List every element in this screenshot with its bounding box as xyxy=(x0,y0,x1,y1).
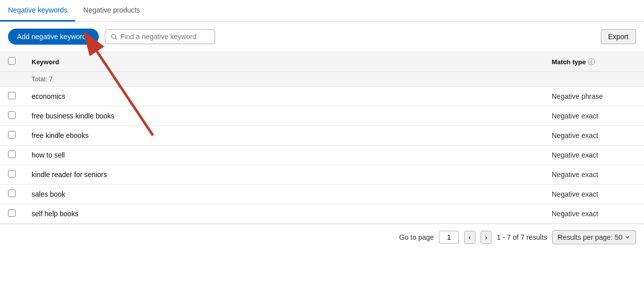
prev-page-button[interactable]: ‹ xyxy=(464,231,475,244)
chevron-down-icon xyxy=(624,234,630,240)
tab-negative-keywords[interactable]: Negative keywords xyxy=(0,0,75,22)
match-type-cell: Negative phrase xyxy=(544,87,644,106)
keywords-table: Keyword Match type i Total: 7 xyxy=(0,52,644,224)
search-icon xyxy=(110,33,117,40)
keyword-cell: sales book xyxy=(24,185,544,204)
table-row: free kindle ebooks Negative exact xyxy=(0,126,644,145)
results-summary: 1 - 7 of 7 results xyxy=(497,233,547,241)
keyword-cell: free kindle ebooks xyxy=(24,126,544,145)
row-checkbox-cell xyxy=(0,126,24,145)
add-negative-keywords-button[interactable]: Add negative keywords xyxy=(8,29,99,45)
match-type-info-icon[interactable]: i xyxy=(588,58,595,65)
row-checkbox-cell xyxy=(0,106,24,126)
go-to-page-label: Go to page xyxy=(399,233,434,241)
row-checkbox[interactable] xyxy=(8,151,16,158)
tab-negative-products[interactable]: Negative products xyxy=(75,0,148,22)
match-type-cell: Negative exact xyxy=(544,145,644,165)
tab-bar: Negative keywords Negative products xyxy=(0,0,644,22)
match-type-cell: Negative exact xyxy=(544,126,644,145)
row-checkbox-cell xyxy=(0,204,24,224)
match-type-cell: Negative exact xyxy=(544,165,644,185)
row-checkbox[interactable] xyxy=(8,111,16,119)
row-checkbox-cell xyxy=(0,165,24,185)
svg-line-1 xyxy=(115,38,116,40)
search-input[interactable] xyxy=(120,33,210,41)
match-type-column-header: Match type i xyxy=(544,52,644,72)
match-type-cell: Negative exact xyxy=(544,106,644,126)
keyword-cell: economics xyxy=(24,87,544,106)
next-page-button[interactable]: › xyxy=(480,231,492,244)
table-row: economics Negative phrase xyxy=(0,87,644,106)
match-type-cell: Negative exact xyxy=(544,185,644,204)
row-checkbox-cell xyxy=(0,185,24,204)
keyword-cell: how to sell xyxy=(24,145,544,165)
page-number-input[interactable] xyxy=(439,231,459,244)
row-checkbox[interactable] xyxy=(8,190,16,197)
keyword-column-header: Keyword xyxy=(24,52,544,72)
search-box xyxy=(105,29,215,44)
table-row: how to sell Negative exact xyxy=(0,145,644,165)
row-checkbox[interactable] xyxy=(8,92,16,99)
row-checkbox-cell xyxy=(0,87,24,106)
table-row: self help books Negative exact xyxy=(0,204,644,224)
select-all-checkbox[interactable] xyxy=(8,57,16,65)
total-row: Total: 7 xyxy=(0,72,644,87)
match-type-cell: Negative exact xyxy=(544,204,644,224)
pagination-bar: Go to page ‹ › 1 - 7 of 7 results Result… xyxy=(0,224,644,250)
results-per-page-dropdown[interactable]: Results per page: 50 xyxy=(552,230,636,244)
export-button[interactable]: Export xyxy=(601,29,636,44)
row-checkbox[interactable] xyxy=(8,170,16,178)
select-all-header xyxy=(0,52,24,72)
row-checkbox[interactable] xyxy=(8,209,16,217)
table-row: free business kindle books Negative exac… xyxy=(0,106,644,126)
row-checkbox[interactable] xyxy=(8,131,16,138)
row-checkbox-cell xyxy=(0,145,24,165)
table-row: kindle reader for seniors Negative exact xyxy=(0,165,644,185)
toolbar: Add negative keywords Export xyxy=(0,22,644,52)
keyword-cell: free business kindle books xyxy=(24,106,544,126)
table-row: sales book Negative exact xyxy=(0,185,644,204)
keyword-cell: self help books xyxy=(24,204,544,224)
keyword-cell: kindle reader for seniors xyxy=(24,165,544,185)
